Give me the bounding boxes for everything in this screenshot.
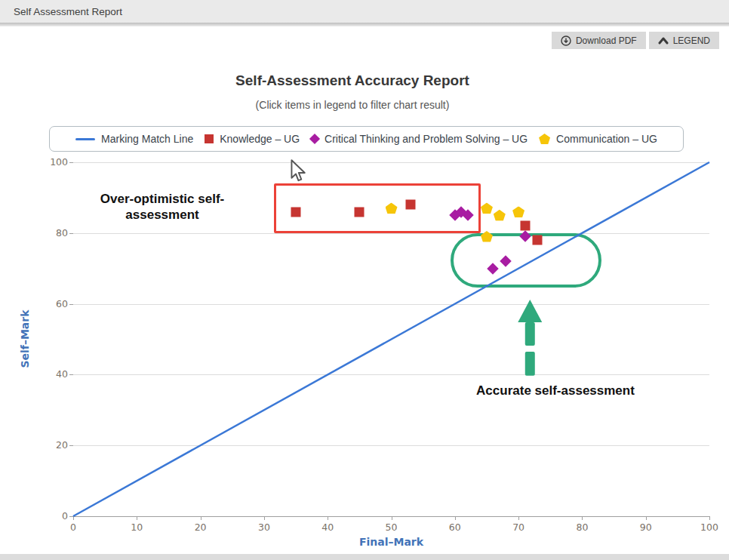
x-tick [201, 516, 201, 520]
y-tick [69, 445, 73, 446]
x-tick-label: 70 [512, 522, 524, 533]
legend-label-critical-thinking: Critical Thinking and Problem Solving – … [325, 133, 528, 145]
x-tick [582, 516, 583, 520]
accurate-label: Accurate self-assessment [476, 383, 635, 399]
legend-item-communication[interactable]: Communication – UG [539, 133, 657, 145]
data-point [533, 235, 543, 245]
data-point [481, 202, 493, 214]
x-tick [646, 516, 647, 520]
diamond-marker-icon [309, 134, 320, 144]
x-tick [73, 516, 74, 520]
legend-item-critical-thinking[interactable]: Critical Thinking and Problem Solving – … [311, 133, 528, 145]
download-pdf-label: Download PDF [576, 35, 637, 46]
gridline [73, 304, 709, 305]
download-pdf-button[interactable]: Download PDF [552, 32, 646, 49]
legend-item-marking-match-line[interactable]: Marking Match Line [75, 133, 193, 145]
mouse-cursor-icon [289, 159, 309, 186]
gridline [73, 374, 709, 375]
y-axis-title: Self–Mark [19, 297, 31, 380]
y-tick-label: 60 [42, 298, 68, 309]
over-optimistic-label: Over-optimistic self-assessment [83, 190, 241, 223]
download-icon [561, 35, 571, 46]
y-tick-label: 0 [42, 510, 68, 522]
chevron-up-icon [658, 37, 669, 45]
gridline [73, 445, 709, 446]
x-axis-title: Final–Mark [73, 536, 709, 548]
toolbar: Download PDF LEGEND [552, 32, 719, 49]
x-tick-label: 60 [449, 522, 461, 533]
legend-button-label: LEGEND [673, 35, 710, 46]
x-tick [137, 516, 137, 520]
bottom-strip [0, 554, 729, 560]
x-tick-label: 80 [576, 522, 588, 533]
y-tick-label: 100 [42, 156, 68, 168]
chart-subtitle: (Click items in legend to filter chart r… [0, 99, 705, 111]
x-tick [392, 516, 392, 520]
over-optimistic-box [274, 183, 481, 233]
y-tick-label: 40 [42, 368, 68, 380]
y-tick [69, 162, 73, 163]
x-tick-label: 100 [700, 522, 718, 533]
data-point [494, 210, 506, 221]
legend-item-knowledge[interactable]: Knowledge – UG [205, 133, 300, 145]
legend-label-knowledge: Knowledge – UG [220, 133, 300, 145]
legend-toggle-button[interactable]: LEGEND [649, 32, 719, 49]
x-tick [455, 516, 456, 520]
y-tick [69, 304, 73, 305]
legend-label-marking-match-line: Marking Match Line [101, 133, 193, 145]
x-tick-label: 40 [321, 522, 334, 533]
gridline [73, 233, 709, 234]
y-tick-label: 20 [42, 439, 68, 451]
gridline [73, 162, 709, 163]
x-tick-label: 50 [386, 522, 398, 533]
x-tick-label: 0 [70, 522, 76, 533]
y-tick [69, 233, 73, 234]
data-point [512, 206, 524, 217]
x-tick [709, 516, 710, 520]
x-tick-label: 30 [258, 522, 270, 533]
x-tick-label: 90 [640, 522, 652, 533]
data-point [355, 207, 364, 217]
data-point [405, 200, 415, 210]
chart-legend: Marking Match Line Knowledge – UG Critic… [49, 126, 684, 152]
x-tick [264, 516, 265, 520]
data-point [291, 207, 301, 217]
pentagon-marker-icon [539, 134, 550, 144]
legend-label-communication: Communication – UG [556, 133, 657, 145]
chart-title: Self-Assessment Accuracy Report [0, 72, 705, 89]
y-tick [69, 374, 73, 375]
page: Self Assessment Report Download PDF LEGE… [0, 0, 729, 560]
square-marker-icon [205, 134, 214, 143]
x-tick-label: 20 [195, 522, 207, 533]
line-marker-icon [75, 138, 95, 140]
y-tick-label: 80 [42, 227, 68, 238]
x-tick-label: 10 [131, 522, 143, 533]
x-tick [518, 516, 519, 520]
x-tick [328, 516, 328, 520]
